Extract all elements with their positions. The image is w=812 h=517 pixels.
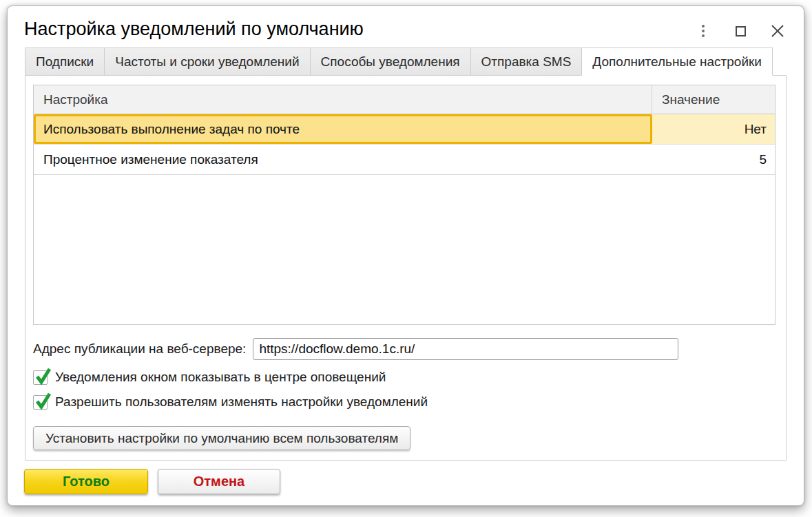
tab-frequencies[interactable]: Частоты и сроки уведомлений: [104, 48, 310, 76]
column-header-value[interactable]: Значение: [652, 85, 775, 114]
close-button[interactable]: [769, 23, 786, 39]
apply-defaults-button[interactable]: Установить настройки по умолчанию всем п…: [33, 426, 410, 450]
window-controls: [695, 23, 786, 39]
tab-notification-methods[interactable]: Способы уведомления: [310, 48, 471, 76]
checkbox-label: Уведомления окном показывать в центре оп…: [55, 370, 386, 385]
close-icon: [771, 24, 784, 38]
value-cell[interactable]: 5: [652, 145, 775, 174]
checkbox-box[interactable]: [33, 395, 48, 410]
dialog-window: Настройка уведомлений по умолчанию Подпи…: [7, 6, 804, 506]
tab-additional-settings[interactable]: Дополнительные настройки: [581, 48, 773, 76]
cancel-button[interactable]: Отмена: [158, 469, 280, 494]
table-row[interactable]: Процентное изменение показателя 5: [34, 145, 775, 175]
maximize-button[interactable]: [732, 23, 749, 39]
checkmark-icon: [35, 391, 52, 409]
table-empty-area: [34, 175, 775, 324]
checkbox-box[interactable]: [33, 370, 48, 385]
setting-cell[interactable]: Использовать выполнение задач по почте: [34, 114, 652, 144]
web-address-row: Адрес публикации на веб-сервере:: [33, 338, 678, 360]
web-address-label: Адрес публикации на веб-сервере:: [33, 341, 246, 357]
tab-panel-additional-settings: Настройка Значение Использовать выполнен…: [25, 75, 787, 461]
value-cell[interactable]: Нет: [652, 114, 775, 144]
tab-subscriptions[interactable]: Подписки: [25, 48, 105, 76]
more-menu-button[interactable]: [695, 23, 711, 39]
checkbox-allow-user-settings[interactable]: Разрешить пользователям изменять настрой…: [33, 394, 428, 410]
done-button[interactable]: Готово: [24, 469, 148, 494]
web-address-input[interactable]: [253, 338, 678, 360]
tab-bar: Подписки Частоты и сроки уведомлений Спо…: [25, 48, 787, 76]
kebab-icon: [702, 25, 705, 37]
checkbox-notify-center[interactable]: Уведомления окном показывать в центре оп…: [33, 370, 386, 385]
column-header-setting[interactable]: Настройка: [34, 85, 652, 114]
checkmark-icon: [35, 366, 52, 384]
settings-table: Настройка Значение Использовать выполнен…: [33, 85, 775, 325]
checkbox-label: Разрешить пользователям изменять настрой…: [55, 394, 428, 410]
table-row[interactable]: Использовать выполнение задач по почте Н…: [34, 114, 775, 145]
setting-cell[interactable]: Процентное изменение показателя: [34, 145, 652, 174]
table-header-row: Настройка Значение: [34, 85, 775, 114]
maximize-icon: [736, 26, 746, 36]
page-title: Настройка уведомлений по умолчанию: [24, 19, 364, 40]
tab-sms[interactable]: Отправка SMS: [470, 48, 583, 76]
